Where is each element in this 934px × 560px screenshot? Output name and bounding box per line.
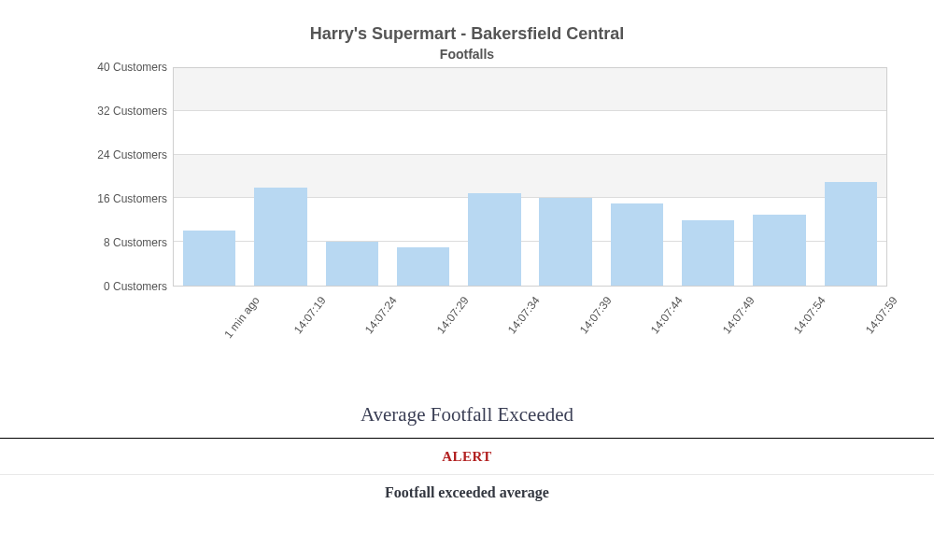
plot-area	[173, 67, 887, 287]
x-slot: 1 min ago	[173, 287, 245, 366]
alert-section: Average Footfall Exceeded ALERT Footfall…	[0, 403, 934, 505]
bar	[183, 231, 235, 285]
bar	[326, 242, 378, 286]
alert-heading: Average Footfall Exceeded	[0, 403, 934, 438]
x-slot: 14:07:29	[388, 287, 460, 366]
bar-slot	[459, 68, 530, 286]
x-slot: 14:07:44	[601, 287, 673, 366]
plot-row: 0 Customers 8 Customers 16 Customers 24 …	[47, 67, 887, 287]
chart-container: Harry's Supermart - Bakersfield Central …	[47, 0, 887, 366]
bar	[254, 188, 306, 286]
bar-slot	[174, 68, 245, 286]
alert-message: Footfall exceeded average	[0, 475, 934, 505]
bar-slot	[672, 68, 743, 286]
bar-slot	[815, 68, 886, 286]
y-tick-label: 16 Customers	[97, 192, 167, 205]
chart-subtitle: Footfalls	[47, 47, 887, 62]
x-axis: 1 min ago14:07:1914:07:2414:07:2914:07:3…	[173, 287, 887, 366]
bar-slot	[743, 68, 814, 286]
bar	[539, 198, 591, 285]
x-slot: 14:07:49	[673, 287, 745, 366]
x-slot: 14:07:39	[531, 287, 602, 366]
y-tick-label: 8 Customers	[104, 236, 167, 249]
bar-slot	[245, 68, 316, 286]
x-slot: 14:07:19	[245, 287, 317, 366]
bar	[611, 203, 663, 285]
bar	[468, 193, 520, 286]
y-tick-label: 0 Customers	[104, 280, 167, 293]
y-tick-label: 40 Customers	[97, 61, 167, 74]
y-tick-label: 32 Customers	[97, 105, 167, 118]
x-tick-label: 14:07:59	[863, 294, 900, 336]
bar-slot	[317, 68, 388, 286]
bar	[682, 220, 734, 286]
alert-row: ALERT	[0, 439, 934, 475]
x-slot: 14:07:34	[459, 287, 531, 366]
bars-group	[174, 68, 886, 286]
chart-title: Harry's Supermart - Bakersfield Central	[47, 24, 887, 45]
bar	[397, 247, 449, 286]
y-axis: 0 Customers 8 Customers 16 Customers 24 …	[47, 67, 173, 287]
x-slot: 14:07:59	[816, 287, 888, 366]
y-tick-label: 24 Customers	[97, 148, 167, 161]
bar-slot	[530, 68, 601, 286]
alert-badge: ALERT	[442, 449, 492, 464]
bar-slot	[388, 68, 459, 286]
bar	[825, 182, 877, 286]
bar-slot	[601, 68, 672, 286]
bar	[753, 215, 805, 286]
x-slot: 14:07:54	[744, 287, 816, 366]
x-slot: 14:07:24	[316, 287, 388, 366]
